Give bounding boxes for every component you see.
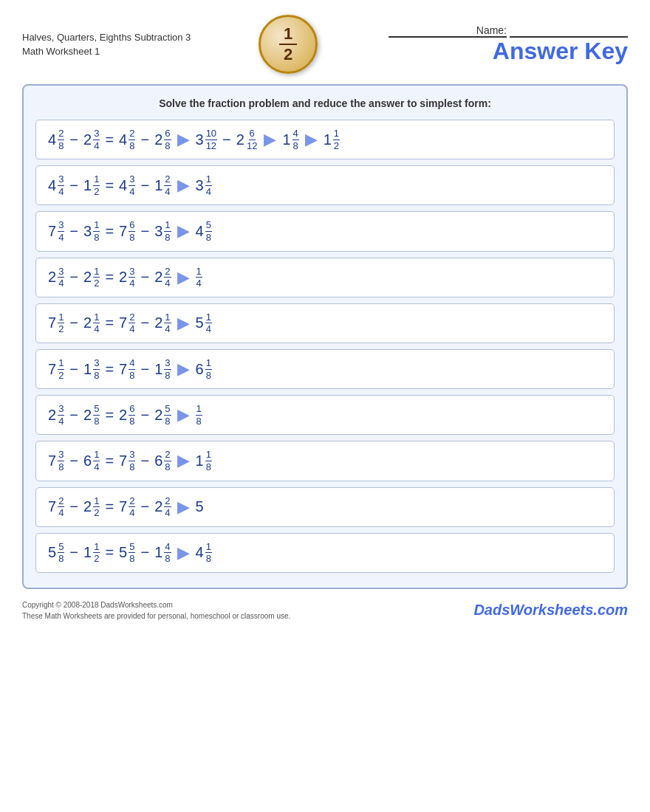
- footer-legal: Copyright © 2008-2018 DadsWorksheets.com…: [22, 599, 290, 622]
- footer: Copyright © 2008-2018 DadsWorksheets.com…: [22, 599, 628, 622]
- header: Halves, Quarters, Eighths Subtraction 3 …: [22, 15, 628, 74]
- problem-row-4: 234 − 212 = 234 − 224 ▶ 14: [35, 258, 615, 297]
- logo-denominator: 2: [284, 47, 292, 63]
- answer-key-title: Answer Key: [386, 38, 628, 65]
- name-label: Name:: [386, 24, 628, 38]
- problem-row-10: 558 − 112 = 558 − 148 ▶ 418: [35, 533, 615, 573]
- problem-row-8: 738 − 614 = 738 − 628 ▶ 118: [35, 441, 615, 481]
- worksheet-title-line2: Math Worksheet 1: [22, 44, 191, 59]
- instruction-text: Solve the fraction problem and reduce th…: [35, 97, 615, 109]
- problem-row-9: 724 − 212 = 724 − 224 ▶ 5: [35, 487, 615, 527]
- header-answer-key: Name: Answer Key: [386, 24, 628, 65]
- problem-row-3: 734 − 318 = 768 − 318 ▶ 458: [35, 211, 615, 251]
- problem-expr-10: 558 − 112 = 558 − 148 ▶ 418: [48, 541, 212, 565]
- problem-row-6: 712 − 138 = 748 − 138 ▶ 618: [35, 349, 615, 389]
- problem-row-1: 428 − 234 = 428 − 268 ▶ 31012 − 2612 ▶ 1…: [35, 120, 615, 159]
- name-underline: [510, 24, 628, 38]
- problem-row-5: 712 − 214 = 724 − 214 ▶ 514: [35, 303, 615, 343]
- logo-numerator: 1: [284, 26, 292, 42]
- problem-expr-1: 428 − 234 = 428 − 268 ▶ 31012 − 2612 ▶ 1…: [48, 128, 340, 151]
- problem-expr-5: 712 − 214 = 724 − 214 ▶ 514: [48, 312, 212, 335]
- footer-brand: DadsWorksheets.com: [473, 602, 628, 619]
- header-title: Halves, Quarters, Eighths Subtraction 3 …: [22, 30, 191, 59]
- problem-expr-4: 234 − 212 = 234 − 224 ▶ 14: [48, 266, 202, 289]
- problem-expr-3: 734 − 318 = 768 − 318 ▶ 458: [48, 219, 212, 243]
- problem-expr-8: 738 − 614 = 738 − 628 ▶ 118: [48, 449, 212, 472]
- header-logo: 1 2: [191, 15, 386, 74]
- problem-row-7: 234 − 258 = 268 − 258 ▶ 18: [35, 395, 615, 435]
- worksheet-title-line1: Halves, Quarters, Eighths Subtraction 3: [22, 30, 191, 45]
- worksheet-box: Solve the fraction problem and reduce th…: [22, 84, 628, 589]
- page: Halves, Quarters, Eighths Subtraction 3 …: [0, 0, 650, 812]
- problem-expr-9: 724 − 212 = 724 − 224 ▶ 5: [48, 495, 204, 519]
- problem-expr-7: 234 − 258 = 268 − 258 ▶ 18: [48, 403, 202, 427]
- problem-expr-6: 712 − 138 = 748 − 138 ▶ 618: [48, 357, 212, 381]
- footer-copyright: Copyright © 2008-2018 DadsWorksheets.com: [22, 599, 290, 610]
- problem-row-2: 434 − 112 = 434 − 124 ▶ 314: [35, 165, 615, 205]
- problem-expr-2: 434 − 112 = 434 − 124 ▶ 314: [48, 173, 212, 197]
- fraction-logo-icon: 1 2: [259, 15, 318, 74]
- footer-disclaimer: These Math Worksheets are provided for p…: [22, 610, 290, 622]
